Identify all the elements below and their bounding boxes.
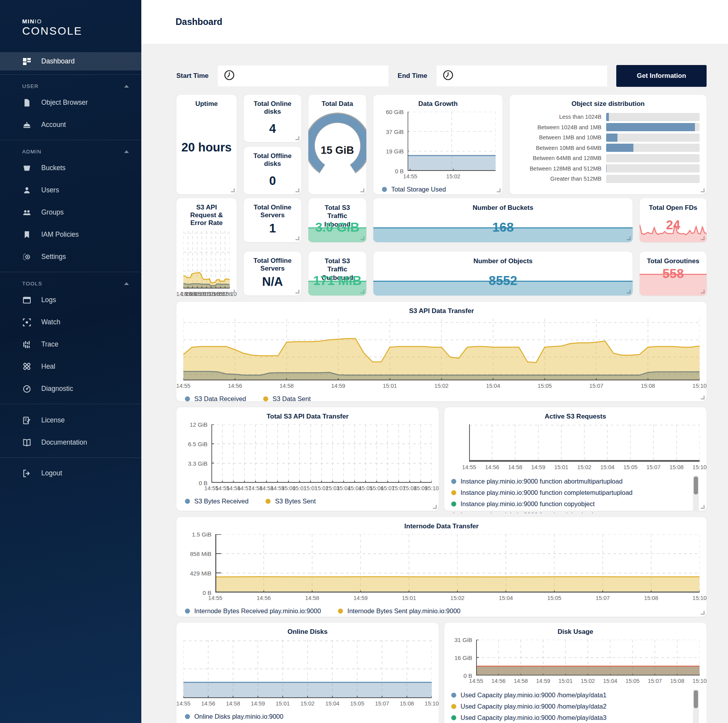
legend-dot-icon [382, 187, 387, 192]
legend-dot-icon [451, 479, 456, 484]
sidebar-item-iam-policies[interactable]: IAM Policies [0, 225, 141, 244]
sidebar-item-heal[interactable]: Heal [0, 357, 141, 376]
size-distribution-row: Between 1MB and 10MB [517, 132, 700, 143]
end-time-input[interactable] [436, 65, 608, 87]
size-distribution-row: Between 64MB and 128MB [517, 153, 700, 164]
sidebar-item-object-browser[interactable]: Object Browser [0, 93, 141, 112]
clock-icon [223, 69, 235, 83]
resize-corner-icon[interactable] [231, 188, 235, 192]
bar-fill [606, 164, 607, 172]
online-servers-value: 1 [244, 222, 301, 236]
resize-corner-icon[interactable] [360, 188, 364, 192]
sidebar-item-settings[interactable]: Settings [0, 248, 141, 266]
internode-data-transfer-chart: 1.5 GiB858 MiB429 MiB0 B14:5514:5614:581… [183, 534, 700, 615]
clock-icon [442, 69, 454, 83]
number-of-buckets-card: Number of Buckets 168 [373, 198, 633, 242]
resize-corner-icon[interactable] [433, 505, 437, 509]
sidebar-item-documentation[interactable]: Documentation [0, 433, 141, 452]
resize-corner-icon[interactable] [497, 188, 501, 192]
online-disks-card: Online Disks 14:5514:5614:5814:5915:0115… [176, 623, 439, 723]
data-growth-chart: 60 GiB37 GiB19 GiB0 B14:5515:02Total Sto… [380, 112, 496, 193]
scrollbar-thumb[interactable] [694, 690, 698, 708]
sidebar-section-admin[interactable]: ADMIN [0, 140, 141, 157]
legend-label: S3 Bytes Received [194, 498, 248, 505]
object-size-distribution-chart: Less than 1024BBetween 1024B and 1MBBetw… [517, 112, 700, 184]
sidebar-item-label: Logs [41, 296, 56, 304]
page-title: Dashboard [176, 17, 222, 27]
time-range-toolbar: Start Time End Time Get Information [176, 65, 707, 87]
resize-corner-icon[interactable] [701, 188, 705, 192]
resize-corner-icon[interactable] [295, 236, 299, 240]
start-time-input[interactable] [217, 65, 389, 87]
legend-label: S3 Data Received [194, 395, 246, 403]
resize-corner-icon[interactable] [295, 188, 299, 192]
metrics-row-1: Uptime 20 hours Total Online disks 4 Tot… [176, 95, 707, 194]
resize-corner-icon[interactable] [701, 611, 705, 615]
sidebar-item-label: Watch [41, 318, 60, 326]
legend-item: Total Storage Used [382, 186, 446, 193]
s3-api-request-error-rate-chart: 14:5514:5614:5814:5915:0115:0215:0415:05… [183, 231, 230, 311]
resize-corner-icon[interactable] [701, 396, 705, 399]
bar-label: Less than 1024B [517, 114, 606, 120]
legend-scrollbar[interactable] [693, 476, 699, 512]
sidebar-item-label: Heal [41, 362, 55, 371]
console-window-icon [22, 296, 32, 304]
legend-dot-icon [185, 609, 190, 614]
legend-label: Instance play.minio.io:9000 function com… [461, 489, 633, 496]
resize-corner-icon[interactable] [701, 505, 705, 509]
get-information-button[interactable]: Get Information [616, 65, 707, 87]
chevron-up-icon[interactable] [124, 150, 129, 153]
sidebar-item-diagnostic[interactable]: Diagnostic [0, 380, 141, 398]
bandage-icon [22, 362, 32, 371]
sidebar-section-user[interactable]: USER [0, 75, 141, 91]
legend-label: Used Capacity play.minio.io:9000 /home/p… [461, 703, 607, 710]
sidebar-item-trace[interactable]: Trace [0, 335, 141, 354]
sidebar-section-tools[interactable]: TOOLS [0, 272, 141, 289]
disk-usage-card: Disk Usage 31 GiB16 GiB0 B14:5514:5614:5… [444, 623, 707, 723]
size-distribution-row: Between 10MB and 64MB [517, 143, 700, 153]
size-distribution-row: Less than 1024B [517, 112, 700, 122]
sidebar-item-label: Users [41, 186, 59, 194]
sidebar-item-label: Dashboard [41, 57, 75, 65]
sidebar-item-dashboard[interactable]: Dashboard [0, 52, 141, 70]
sidebar-divider [0, 457, 141, 458]
data-growth-card: Data Growth 60 GiB37 GiB19 GiB0 B14:5515… [373, 95, 503, 194]
resize-corner-icon[interactable] [295, 136, 299, 140]
gear-icon [22, 253, 32, 261]
s3-api-request-error-rate-card: S3 API Request & Error Rate 14:5514:5614… [176, 198, 237, 296]
bar-label: Between 1MB and 10MB [517, 134, 606, 141]
total-goroutines-card: Total Goroutines 558 [640, 252, 707, 296]
sidebar-item-label: Diagnostic [41, 385, 73, 393]
sidebar-item-label: Account [41, 121, 66, 129]
bar-label: Between 10MB and 64MB [517, 145, 606, 151]
legend-dot-icon [451, 513, 456, 513]
sidebar-item-watch[interactable]: Watch [0, 313, 141, 331]
offline-disks-value: 0 [250, 174, 295, 188]
chevron-up-icon[interactable] [124, 282, 129, 285]
legend-item: Online Disks play.minio.io:9000 [185, 713, 283, 720]
sidebar-item-groups[interactable]: Groups [0, 203, 141, 222]
total-online-disks-card: Total Online disks 4 [244, 95, 301, 142]
sidebar-item-label: Buckets [41, 164, 65, 172]
sidebar-item-users[interactable]: Users [0, 181, 141, 199]
minio-console-app: MINIO CONSOLE Dashboard USER Object Brow… [0, 0, 728, 723]
s3-traffic-inbound-card: Total S3 Traffic Inbound 3.0 GiB [308, 198, 366, 242]
bar-fill [606, 134, 617, 142]
sidebar-item-logs[interactable]: Logs [0, 291, 141, 309]
sidebar-item-license[interactable]: License [0, 411, 141, 429]
resize-corner-icon[interactable] [231, 290, 235, 294]
legend-item: Used Capacity play.minio.io:9000 /home/p… [451, 712, 688, 723]
resize-corner-icon[interactable] [295, 290, 299, 294]
scrollbar-thumb[interactable] [694, 477, 698, 494]
chevron-up-icon[interactable] [124, 85, 129, 88]
total-data-card: Total Data 15 GiB [308, 95, 366, 194]
legend-scrollbar[interactable] [693, 690, 699, 723]
bar-track [606, 113, 700, 121]
sidebar-item-account[interactable]: Account [0, 116, 141, 134]
legend-label: Used Capacity play.minio.io:9000 /home/p… [461, 714, 607, 721]
legend-dot-icon [185, 714, 190, 719]
sidebar-item-buckets[interactable]: Buckets [0, 159, 141, 177]
sidebar-item-logout[interactable]: Logout [0, 464, 141, 482]
total-open-fds-card: Total Open FDs 24 [640, 198, 707, 242]
bar-track [606, 164, 700, 172]
